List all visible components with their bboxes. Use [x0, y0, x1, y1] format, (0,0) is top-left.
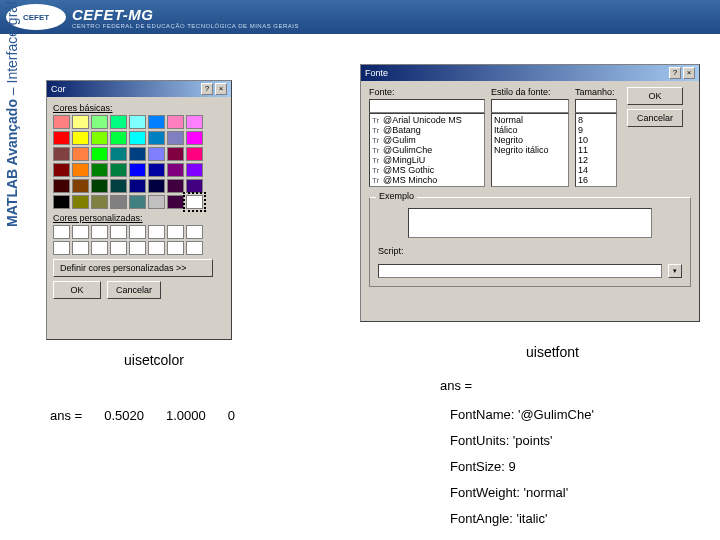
define-custom-button[interactable]: Definir cores personalizadas >>: [53, 259, 213, 277]
color-swatch[interactable]: [167, 115, 184, 129]
color-swatch[interactable]: [167, 131, 184, 145]
ok-button[interactable]: OK: [53, 281, 101, 299]
custom-swatch[interactable]: [91, 225, 108, 239]
color-swatch[interactable]: [186, 163, 203, 177]
color-swatch[interactable]: [110, 131, 127, 145]
font-input[interactable]: [369, 99, 485, 113]
size-input[interactable]: [575, 99, 617, 113]
custom-swatch[interactable]: [53, 225, 70, 239]
size-list[interactable]: 891011121416: [575, 113, 617, 187]
style-input[interactable]: [491, 99, 569, 113]
color-swatch[interactable]: [129, 163, 146, 177]
list-item[interactable]: Negrito: [493, 135, 567, 145]
list-item[interactable]: Itálico: [493, 125, 567, 135]
cancel-button[interactable]: Cancelar: [627, 109, 683, 127]
custom-swatch[interactable]: [129, 225, 146, 239]
help-icon[interactable]: ?: [669, 67, 681, 79]
color-swatch[interactable]: [53, 115, 70, 129]
list-item[interactable]: Tr@PMingLiU: [371, 185, 483, 187]
list-item[interactable]: 12: [577, 155, 615, 165]
color-swatch[interactable]: [110, 195, 127, 209]
list-item[interactable]: 8: [577, 115, 615, 125]
list-item[interactable]: Normal: [493, 115, 567, 125]
chevron-down-icon[interactable]: ▾: [668, 264, 682, 278]
color-swatch[interactable]: [72, 195, 89, 209]
list-item[interactable]: Tr@Arial Unicode MS: [371, 115, 483, 125]
custom-swatch[interactable]: [148, 241, 165, 255]
color-swatch[interactable]: [53, 147, 70, 161]
help-icon[interactable]: ?: [201, 83, 213, 95]
list-item[interactable]: 11: [577, 145, 615, 155]
color-swatch[interactable]: [186, 131, 203, 145]
list-item[interactable]: Tr@GulimChe: [371, 145, 483, 155]
custom-color-grid[interactable]: [53, 225, 225, 255]
color-swatch[interactable]: [91, 115, 108, 129]
custom-swatch[interactable]: [53, 241, 70, 255]
list-item[interactable]: 14: [577, 165, 615, 175]
close-icon[interactable]: ×: [683, 67, 695, 79]
color-swatch[interactable]: [186, 147, 203, 161]
custom-swatch[interactable]: [129, 241, 146, 255]
color-swatch[interactable]: [148, 147, 165, 161]
style-list[interactable]: NormalItálicoNegritoNegrito itálico: [491, 113, 569, 187]
color-swatch[interactable]: [72, 179, 89, 193]
color-swatch[interactable]: [91, 163, 108, 177]
color-swatch[interactable]: [186, 179, 203, 193]
script-select[interactable]: [378, 264, 662, 278]
color-swatch[interactable]: [148, 115, 165, 129]
custom-swatch[interactable]: [186, 225, 203, 239]
color-swatch[interactable]: [186, 115, 203, 129]
color-swatch[interactable]: [110, 115, 127, 129]
color-swatch[interactable]: [110, 147, 127, 161]
color-swatch[interactable]: [72, 131, 89, 145]
custom-swatch[interactable]: [167, 225, 184, 239]
custom-swatch[interactable]: [186, 241, 203, 255]
color-swatch[interactable]: [129, 179, 146, 193]
color-swatch[interactable]: [91, 131, 108, 145]
list-item[interactable]: 16: [577, 175, 615, 185]
color-swatch[interactable]: [167, 195, 184, 209]
color-swatch[interactable]: [167, 147, 184, 161]
list-item[interactable]: Tr@MS Gothic: [371, 165, 483, 175]
color-swatch[interactable]: [129, 195, 146, 209]
font-list[interactable]: Tr@Arial Unicode MSTr@BatangTr@GulimTr@G…: [369, 113, 485, 187]
custom-swatch[interactable]: [72, 241, 89, 255]
custom-swatch[interactable]: [72, 225, 89, 239]
basic-color-grid[interactable]: [53, 115, 225, 209]
cancel-button[interactable]: Cancelar: [107, 281, 161, 299]
color-swatch[interactable]: [167, 163, 184, 177]
color-swatch[interactable]: [129, 131, 146, 145]
color-swatch[interactable]: [72, 163, 89, 177]
custom-swatch[interactable]: [148, 225, 165, 239]
list-item[interactable]: Tr@MingLiU: [371, 155, 483, 165]
custom-swatch[interactable]: [110, 225, 127, 239]
color-swatch[interactable]: [110, 163, 127, 177]
color-swatch[interactable]: [91, 195, 108, 209]
color-swatch[interactable]: [53, 179, 70, 193]
color-swatch[interactable]: [129, 147, 146, 161]
list-item[interactable]: Tr@MS Mincho: [371, 175, 483, 185]
ok-button[interactable]: OK: [627, 87, 683, 105]
color-swatch[interactable]: [72, 115, 89, 129]
list-item[interactable]: Negrito itálico: [493, 145, 567, 155]
custom-swatch[interactable]: [167, 241, 184, 255]
list-item[interactable]: Tr@Batang: [371, 125, 483, 135]
color-swatch[interactable]: [91, 179, 108, 193]
custom-swatch[interactable]: [91, 241, 108, 255]
color-swatch[interactable]: [53, 163, 70, 177]
list-item[interactable]: 9: [577, 125, 615, 135]
custom-swatch[interactable]: [110, 241, 127, 255]
color-swatch[interactable]: [148, 179, 165, 193]
color-swatch[interactable]: [53, 131, 70, 145]
color-swatch[interactable]: [148, 131, 165, 145]
color-swatch[interactable]: [91, 147, 108, 161]
color-swatch[interactable]: [129, 115, 146, 129]
color-swatch[interactable]: [167, 179, 184, 193]
color-swatch[interactable]: [148, 195, 165, 209]
close-icon[interactable]: ×: [215, 83, 227, 95]
color-swatch[interactable]: [148, 163, 165, 177]
color-swatch[interactable]: [72, 147, 89, 161]
list-item[interactable]: 10: [577, 135, 615, 145]
color-swatch[interactable]: [110, 179, 127, 193]
list-item[interactable]: Tr@Gulim: [371, 135, 483, 145]
